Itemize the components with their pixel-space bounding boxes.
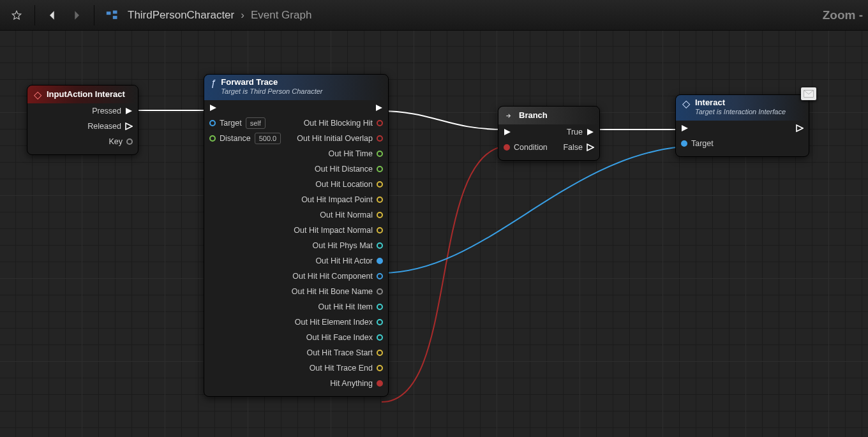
pin-out-11[interactable]: Out Hit Hit Bone Name [204, 284, 388, 299]
node-interact[interactable]: ◇ Interact Target is Interaction Interfa… [675, 94, 809, 157]
pin-target[interactable]: Target [676, 136, 809, 151]
pin-label: Distance [220, 134, 251, 143]
breadcrumb-graph[interactable]: Event Graph [251, 9, 311, 22]
data-pin-icon[interactable] [209, 135, 216, 142]
pin-label: Out Hit Face Index [306, 333, 373, 342]
pin-exec-in[interactable] [504, 128, 511, 136]
data-pin-icon[interactable] [681, 140, 687, 147]
star-icon [11, 10, 22, 21]
pin-released[interactable]: Released [27, 119, 138, 134]
pin-label: Out Hit Hit Bone Name [292, 287, 373, 296]
pin-label: Released [87, 122, 121, 131]
data-pin-icon[interactable] [377, 334, 383, 341]
pin-out-5[interactable]: Out Hit Impact Point [204, 192, 388, 207]
pin-false[interactable]: False [563, 143, 594, 152]
pin-out-12[interactable]: Out Hit Hit Item [204, 299, 388, 315]
toolbar-separator [34, 5, 35, 26]
svg-marker-11 [682, 125, 688, 131]
pin-label: Out Hit Initial Overlap [297, 134, 373, 143]
arrow-left-icon [47, 9, 59, 22]
pin-out-7[interactable]: Out Hit Impact Normal [204, 223, 388, 238]
data-pin-icon[interactable] [377, 135, 383, 142]
data-pin-icon[interactable] [377, 242, 383, 249]
data-pin-icon[interactable] [126, 138, 133, 145]
data-pin-icon[interactable] [209, 120, 216, 126]
exec-in-icon[interactable] [681, 124, 689, 132]
node-subtitle: Target is Third Person Character [221, 87, 322, 96]
pin-exec-in[interactable] [209, 104, 217, 112]
pin-exec-in[interactable] [681, 124, 689, 132]
data-pin-icon[interactable] [377, 181, 383, 188]
data-pin-icon[interactable] [377, 196, 383, 203]
breadcrumb-blueprint[interactable]: ThirdPersonCharacter [128, 9, 234, 22]
pin-condition[interactable]: Condition [504, 143, 548, 152]
data-pin-icon[interactable] [377, 151, 383, 157]
node-forward-trace[interactable]: ƒ Forward Trace Target is Third Person C… [204, 74, 389, 397]
blueprint-icon-button[interactable] [103, 6, 121, 24]
pin-out-8[interactable]: Out Hit Phys Mat [204, 238, 388, 253]
pin-label: Key [108, 137, 123, 146]
node-header[interactable]: ◇ InputAction Interact [27, 85, 138, 103]
forward-button[interactable] [67, 6, 85, 24]
pin-exec-out[interactable] [796, 124, 804, 132]
pin-out-17[interactable]: Hit Anything [204, 376, 388, 391]
data-pin-icon[interactable] [504, 144, 510, 151]
pin-out-15[interactable]: Out Hit Trace Start [204, 345, 388, 360]
pin-label: Out Hit Element Index [295, 318, 373, 327]
pin-exec-out[interactable] [375, 104, 383, 112]
favorite-button[interactable] [8, 6, 26, 24]
node-branch[interactable]: Branch True Condition False [498, 106, 600, 161]
back-button[interactable] [44, 6, 62, 24]
pin-key[interactable]: Key [27, 134, 138, 149]
pin-out-9[interactable]: Out Hit Hit Actor [204, 253, 388, 269]
pin-out-10[interactable]: Out Hit Hit Component [204, 269, 388, 284]
pin-value-target[interactable]: self [246, 117, 266, 129]
arrow-right-icon [70, 9, 82, 22]
pin-distance[interactable]: Distance 500.0 [209, 133, 281, 144]
node-header[interactable]: Branch [498, 107, 599, 124]
data-pin-icon[interactable] [377, 288, 383, 295]
data-pin-icon[interactable] [377, 120, 383, 126]
exec-in-icon[interactable] [504, 128, 511, 136]
exec-out-icon[interactable] [375, 104, 383, 112]
pin-out-13[interactable]: Out Hit Element Index [204, 315, 388, 330]
node-subtitle: Target is Interaction Interface [695, 108, 786, 116]
pin-label: Out Hit Location [315, 180, 373, 189]
pin-out-4[interactable]: Out Hit Location [204, 177, 388, 192]
pin-target[interactable]: Target self [209, 117, 266, 129]
exec-out-icon[interactable] [587, 128, 594, 136]
node-header[interactable]: ◇ Interact Target is Interaction Interfa… [676, 95, 809, 121]
pin-value-distance[interactable]: 500.0 [255, 133, 281, 144]
data-pin-icon[interactable] [377, 304, 383, 310]
data-pin-icon[interactable] [377, 273, 383, 279]
pin-out-16[interactable]: Out Hit Trace End [204, 360, 388, 376]
exec-out-icon[interactable] [125, 122, 133, 130]
node-header[interactable]: ƒ Forward Trace Target is Third Person C… [204, 75, 388, 100]
pin-out-6[interactable]: Out Hit Normal [204, 207, 388, 223]
branch-icon [505, 111, 514, 120]
envelope-icon [804, 90, 814, 98]
pin-out-1[interactable]: Out Hit Initial Overlap [297, 134, 383, 143]
data-pin-icon[interactable] [377, 350, 383, 356]
data-pin-icon[interactable] [377, 212, 383, 218]
svg-marker-4 [126, 123, 132, 130]
svg-rect-0 [107, 11, 111, 15]
exec-out-icon[interactable] [125, 107, 133, 115]
data-pin-icon[interactable] [377, 166, 383, 172]
graph-canvas[interactable]: ◇ InputAction Interact Pressed Released … [0, 31, 868, 437]
exec-out-icon[interactable] [796, 124, 804, 132]
exec-out-icon[interactable] [587, 144, 594, 151]
node-inputaction-interact[interactable]: ◇ InputAction Interact Pressed Released … [27, 85, 138, 155]
pin-out-2[interactable]: Out Hit Time [204, 146, 388, 161]
data-pin-icon[interactable] [377, 380, 383, 387]
pin-pressed[interactable]: Pressed [27, 103, 138, 119]
pin-out-0[interactable]: Out Hit Blocking Hit [304, 119, 383, 128]
pin-out-14[interactable]: Out Hit Face Index [204, 330, 388, 345]
pin-true[interactable]: True [567, 128, 594, 137]
data-pin-icon[interactable] [377, 319, 383, 325]
pin-out-3[interactable]: Out Hit Distance [204, 161, 388, 177]
exec-in-icon[interactable] [209, 104, 217, 112]
data-pin-icon[interactable] [377, 227, 383, 233]
data-pin-icon[interactable] [377, 258, 383, 264]
data-pin-icon[interactable] [377, 365, 383, 371]
